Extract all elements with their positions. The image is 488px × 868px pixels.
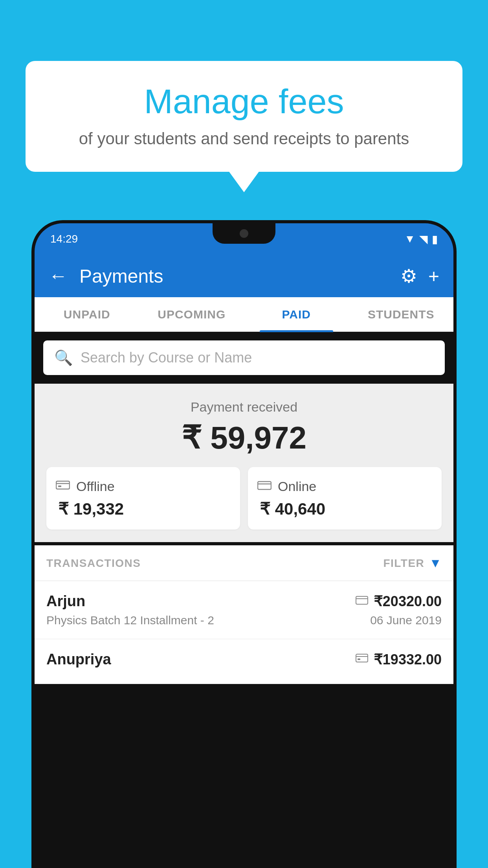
svg-rect-3 — [258, 482, 271, 489]
transaction-card-icon-1 — [356, 594, 368, 609]
back-button[interactable]: ← — [49, 267, 68, 285]
plus-icon[interactable]: + — [428, 265, 439, 287]
gear-icon[interactable]: ⚙ — [400, 265, 417, 287]
bubble-title: Manage fees — [49, 83, 439, 121]
tab-students[interactable]: STUDENTS — [349, 297, 454, 332]
battery-icon: ▮ — [432, 233, 438, 246]
filter-row[interactable]: FILTER ▼ — [383, 556, 442, 570]
transaction-item-2[interactable]: Anupriya ₹19332.00 — [35, 639, 453, 684]
filter-label: FILTER — [383, 557, 424, 570]
payment-amount: ₹ 59,972 — [46, 419, 442, 456]
transaction-amount-2: ₹19332.00 — [374, 651, 442, 668]
status-bar: 14:29 ▼ ◥ ▮ — [35, 223, 453, 255]
wifi-icon: ▼ — [404, 233, 415, 245]
svg-rect-2 — [58, 485, 61, 487]
status-icons: ▼ ◥ ▮ — [404, 233, 438, 246]
app-header: ← Payments ⚙ + — [35, 255, 453, 297]
signal-icon: ◥ — [419, 233, 428, 246]
svg-rect-5 — [356, 596, 368, 604]
online-label: Online — [278, 479, 316, 494]
transactions-label: TRANSACTIONS — [46, 557, 141, 570]
header-title: Payments — [79, 265, 389, 287]
transaction-amount-row-2: ₹19332.00 — [356, 651, 442, 668]
notch — [213, 223, 275, 244]
online-amount: ₹ 40,640 — [257, 499, 325, 519]
transaction-amount-row-1: ₹20320.00 — [356, 593, 442, 610]
payment-label: Payment received — [46, 399, 442, 415]
phone-content: 14:29 ▼ ◥ ▮ ← Payments ⚙ + — [35, 223, 453, 868]
transaction-top: Arjun ₹20320.00 — [46, 593, 442, 610]
offline-amount: ₹ 19,332 — [56, 499, 124, 519]
camera-dot — [240, 229, 248, 238]
tab-upcoming[interactable]: UPCOMING — [139, 297, 244, 332]
bubble-subtitle: of your students and send receipts to pa… — [49, 129, 439, 148]
svg-rect-9 — [358, 658, 360, 660]
tab-unpaid[interactable]: UNPAID — [35, 297, 139, 332]
transaction-amount-1: ₹20320.00 — [374, 593, 442, 610]
offline-card: Offline ₹ 19,332 — [46, 467, 240, 530]
payment-cards: Offline ₹ 19,332 — [46, 467, 442, 530]
status-time: 14:29 — [50, 233, 78, 245]
transaction-date-1: 06 June 2019 — [370, 614, 442, 627]
transaction-bottom-1: Physics Batch 12 Installment - 2 06 June… — [46, 614, 442, 627]
scrollable-content: 🔍 Search by Course or Name Payment recei… — [35, 332, 453, 868]
phone-frame: 14:29 ▼ ◥ ▮ ← Payments ⚙ + — [31, 220, 457, 868]
online-card: Online ₹ 40,640 — [248, 467, 442, 530]
tab-paid[interactable]: PAID — [244, 297, 349, 332]
transaction-item[interactable]: Arjun ₹20320.00 Physics — [35, 581, 453, 639]
transactions-header: TRANSACTIONS FILTER ▼ — [35, 545, 453, 581]
header-icons: ⚙ + — [400, 265, 439, 287]
offline-label: Offline — [76, 479, 115, 494]
search-bar[interactable]: 🔍 Search by Course or Name — [43, 340, 445, 375]
transaction-name-2: Anupriya — [46, 651, 111, 668]
transaction-top-2: Anupriya ₹19332.00 — [46, 651, 442, 668]
transaction-cash-icon-2 — [356, 652, 368, 667]
offline-icon — [56, 478, 70, 495]
payment-received-section: Payment received ₹ 59,972 — [35, 384, 453, 542]
phone-inner: 14:29 ▼ ◥ ▮ ← Payments ⚙ + — [35, 223, 453, 868]
svg-rect-7 — [356, 654, 368, 662]
transaction-name-1: Arjun — [46, 593, 85, 610]
transaction-course-1: Physics Batch 12 Installment - 2 — [46, 614, 214, 627]
svg-rect-0 — [56, 481, 70, 489]
search-icon: 🔍 — [54, 349, 73, 366]
online-icon — [257, 478, 272, 495]
filter-icon: ▼ — [429, 556, 442, 570]
tabs-bar: UNPAID UPCOMING PAID STUDENTS — [35, 297, 453, 332]
search-placeholder: Search by Course or Name — [81, 349, 252, 366]
speech-bubble: Manage fees of your students and send re… — [26, 61, 462, 172]
